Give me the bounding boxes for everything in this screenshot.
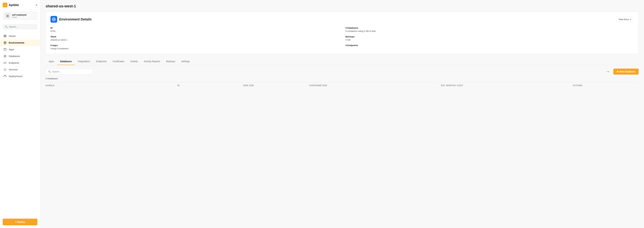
- svg-rect-2: [4, 36, 6, 37]
- content-search-wrap[interactable]: 🔍: [46, 69, 92, 74]
- cloud-upload-icon: [3, 74, 7, 78]
- sidebar-item-endpoints[interactable]: Endpoints: [0, 60, 40, 66]
- sidebar-item-services[interactable]: Services: [0, 66, 40, 73]
- aptible-logo-icon: ⚡: [3, 3, 8, 8]
- detail-stack: Stack shared-us-west-1: [50, 35, 339, 41]
- toolbar-right: → ⊕ New Database: [605, 68, 639, 74]
- db-count: 0 Databases: [46, 77, 639, 80]
- tabs-bar: Apps Databases Integrations Endpoints Ce…: [46, 58, 639, 65]
- detail-stack-value: shared-us-west-1: [50, 38, 339, 41]
- diamond-icon: [3, 68, 7, 71]
- col-handle: Handle: [46, 84, 178, 87]
- svg-text:⚡: ⚡: [3, 4, 7, 7]
- org-card[interactable]: ▦ self employed Zanga: [3, 12, 38, 20]
- tab-integrations[interactable]: Integrations: [75, 58, 93, 65]
- tab-activity[interactable]: Activity: [127, 58, 141, 65]
- org-info: self employed Zanga: [12, 14, 26, 18]
- col-container-size: Container Size: [309, 84, 441, 87]
- sidebar: ⚡ Aptible ≡ ▦ self employed Zanga 🔍 S: [0, 0, 40, 228]
- tab-endpoints[interactable]: Endpoints: [93, 58, 110, 65]
- detail-databases-label: 0 Databases: [346, 27, 634, 29]
- detail-backups: Backups 0 GB: [346, 35, 634, 41]
- tab-databases[interactable]: Databases: [57, 58, 75, 65]
- hamburger-icon[interactable]: ≡: [36, 3, 38, 7]
- search-input[interactable]: [9, 26, 35, 28]
- detail-endpoints: 0 Endpoints: [346, 44, 634, 46]
- tab-backups[interactable]: Backups: [163, 58, 178, 65]
- detail-apps-label: 0 Apps: [50, 44, 339, 46]
- sidebar-item-apps[interactable]: Apps: [0, 46, 40, 53]
- org-name: self employed: [12, 14, 26, 16]
- sidebar-item-stacks[interactable]: Stacks: [0, 33, 40, 40]
- detail-id-value: 8749: [50, 30, 339, 32]
- col-disk-size: Disk Size: [243, 84, 309, 87]
- database-icon: [3, 54, 7, 58]
- org-sub: Zanga: [12, 16, 26, 18]
- logo-text: Aptible: [9, 3, 19, 7]
- detail-stack-label: Stack: [50, 35, 339, 38]
- tab-certificates[interactable]: Certificates: [110, 58, 127, 65]
- env-globe-icon: [50, 16, 57, 23]
- globe-icon: [3, 41, 7, 44]
- box-icon: [3, 48, 7, 51]
- tab-apps[interactable]: Apps: [46, 58, 57, 65]
- detail-endpoints-label: 0 Endpoints: [346, 44, 634, 46]
- page-title: shared-us-west-1: [46, 4, 639, 8]
- tab-activity-reports[interactable]: Activity Reports: [141, 58, 163, 65]
- view-docs-button[interactable]: View Docs ↗: [616, 17, 634, 22]
- content-section: 🔍 → ⊕ New Database 0 Databases Handle ID…: [46, 68, 639, 88]
- col-actions: Actions: [573, 84, 639, 87]
- layers-icon: [3, 34, 7, 38]
- env-card-title-wrap: Environment Details: [50, 16, 92, 23]
- search-section: 🔍: [0, 22, 40, 31]
- new-database-button[interactable]: ⊕ New Database: [613, 68, 639, 74]
- search-wrap[interactable]: 🔍: [3, 24, 38, 29]
- detail-apps-value: Using 0 containers: [50, 47, 339, 50]
- svg-point-9: [4, 55, 6, 56]
- detail-databases-value: 0 containers using 0 GB of disk: [346, 30, 634, 32]
- deploy-button[interactable]: + Deploy: [3, 218, 38, 225]
- nav-list: Stacks Environments Apps Databases Endpo…: [0, 31, 40, 216]
- detail-id: ID 8749: [50, 27, 339, 32]
- content-search-input[interactable]: [52, 70, 90, 73]
- link-icon: [3, 61, 7, 64]
- sidebar-item-databases[interactable]: Databases: [0, 53, 40, 60]
- red-arrow-annotation: →: [605, 69, 610, 74]
- environment-card: Environment Details View Docs ↗ ID 8749 …: [46, 12, 639, 54]
- detail-id-label: ID: [50, 27, 339, 29]
- detail-backups-label: Backups: [346, 35, 634, 38]
- col-id: ID: [178, 84, 243, 87]
- org-section: ▦ self employed Zanga: [0, 10, 40, 22]
- table-header: Handle ID Disk Size Container Size Est. …: [46, 82, 639, 88]
- detail-apps: 0 Apps Using 0 containers: [50, 44, 339, 50]
- svg-rect-4: [4, 35, 6, 35]
- svg-rect-3: [4, 36, 6, 36]
- org-icon: ▦: [5, 13, 10, 18]
- env-details-grid: ID 8749 Stack shared-us-west-1 0 Apps Us…: [50, 27, 634, 50]
- search-icon: 🔍: [5, 26, 8, 28]
- toolbar-wrapper: 🔍 → ⊕ New Database: [46, 68, 639, 74]
- tab-settings[interactable]: Settings: [178, 58, 193, 65]
- content-search-icon: 🔍: [48, 70, 51, 73]
- logo: ⚡ Aptible: [3, 3, 19, 8]
- detail-databases: 0 Databases 0 containers using 0 GB of d…: [346, 27, 634, 32]
- env-card-header: Environment Details View Docs ↗: [50, 16, 634, 23]
- sidebar-item-deployments[interactable]: Deployments: [0, 73, 40, 80]
- sidebar-header: ⚡ Aptible ≡: [0, 0, 40, 10]
- env-card-title: Environment Details: [59, 18, 92, 21]
- detail-backups-value: 0 GB: [346, 38, 634, 41]
- svg-rect-8: [4, 48, 6, 51]
- sidebar-item-environments[interactable]: Environments: [0, 40, 40, 46]
- col-monthly-cost: Est. Monthly Cost: [441, 84, 573, 87]
- main-content: shared-us-west-1 Environment Details Vie…: [40, 0, 644, 228]
